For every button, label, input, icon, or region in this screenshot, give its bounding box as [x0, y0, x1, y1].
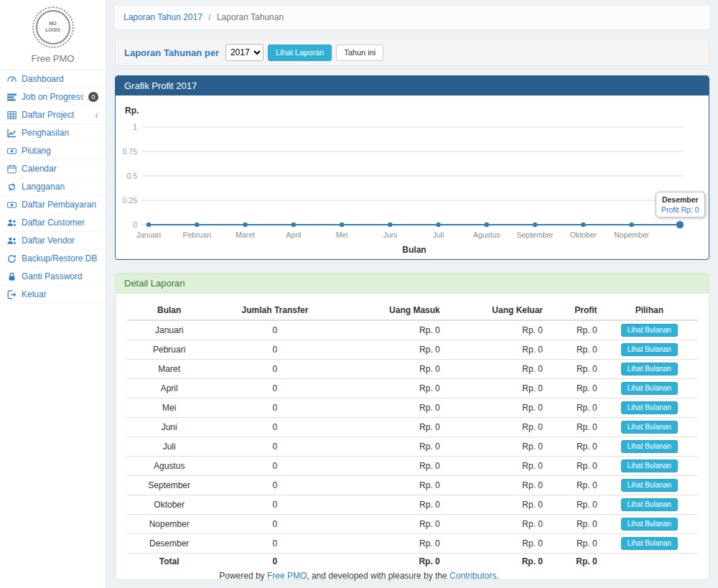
sidebar-item-label: Penghasilan: [22, 128, 69, 138]
tahun-ini-button[interactable]: Tahun ini: [336, 45, 383, 61]
cell-bulan: Januari: [126, 320, 212, 340]
cell-uang-masuk: Rp. 0: [338, 534, 444, 554]
table-row-nopember: Nopember0Rp. 0Rp. 0Rp. 0Lihat Bulanan: [126, 515, 698, 534]
table-row-pebruari: Pebruari0Rp. 0Rp. 0Rp. 0Lihat Bulanan: [126, 340, 698, 360]
svg-text:0: 0: [133, 220, 137, 229]
lihat-bulanan-button[interactable]: Lihat Bulanan: [621, 363, 678, 375]
cell-uang-keluar: Rp. 0: [444, 457, 546, 476]
brand-name: Free PMO: [0, 53, 106, 64]
sidebar-item-daftar-pembayaran[interactable]: Daftar Pembayaran: [0, 196, 106, 214]
cell-uang-masuk: Rp. 0: [338, 457, 444, 476]
table-row-maret: Maret0Rp. 0Rp. 0Rp. 0Lihat Bulanan: [126, 360, 698, 379]
svg-text:Pebruari: Pebruari: [182, 230, 211, 239]
cell-uang-masuk: Rp. 0: [338, 515, 444, 534]
cell-uang-masuk: Rp. 0: [338, 418, 444, 437]
cell-uang-masuk: Rp. 0: [338, 340, 444, 360]
svg-text:April: April: [286, 230, 301, 239]
cell-jumlah-transfer: 0: [212, 418, 337, 437]
svg-text:Agustus: Agustus: [473, 230, 500, 239]
svg-text:September: September: [516, 230, 554, 239]
breadcrumb-separator: /: [208, 12, 210, 22]
col-header-uang-keluar: Uang Keluar: [444, 301, 546, 320]
chart-body: Rp.10.750.50.250JanuariPebruariMaretApri…: [116, 95, 709, 259]
money-icon: [7, 146, 17, 156]
svg-text:Oktober: Oktober: [570, 230, 597, 239]
footer-text-middle: , and developed with pleasure by the: [307, 571, 449, 581]
cell-pilihan: Lihat Bulanan: [601, 379, 698, 398]
total-uang-keluar: Rp. 0: [444, 554, 546, 570]
cell-uang-masuk: Rp. 0: [338, 379, 444, 398]
table-row-agustus: Agustus0Rp. 0Rp. 0Rp. 0Lihat Bulanan: [126, 457, 698, 476]
lihat-bulanan-button[interactable]: Lihat Bulanan: [621, 537, 678, 550]
cell-jumlah-transfer: 0: [212, 320, 337, 340]
cell-pilihan: Lihat Bulanan: [601, 340, 698, 360]
sign-out-icon: [7, 290, 17, 299]
sidebar-item-label: Backup/Restore DB: [22, 253, 97, 263]
users-icon: [7, 218, 17, 228]
cell-bulan: April: [126, 379, 212, 398]
sidebar-item-langganan[interactable]: Langganan: [0, 178, 106, 196]
cell-jumlah-transfer: 0: [212, 437, 337, 457]
refresh-icon: [7, 254, 17, 263]
cell-bulan: Mei: [126, 398, 212, 418]
cell-uang-masuk: Rp. 0: [338, 360, 444, 379]
sidebar-item-piutang[interactable]: Piutang: [0, 142, 106, 160]
svg-text:0.25: 0.25: [123, 196, 137, 205]
lihat-bulanan-button[interactable]: Lihat Bulanan: [621, 479, 678, 492]
cell-profit: Rp. 0: [546, 495, 601, 515]
sidebar-item-penghasilan[interactable]: Penghasilan: [0, 124, 106, 142]
cell-uang-keluar: Rp. 0: [444, 495, 546, 515]
lock-icon: [7, 272, 17, 281]
sidebar-item-backup-restore-db[interactable]: Backup/Restore DB: [0, 250, 106, 268]
year-select[interactable]: 2017: [225, 44, 264, 61]
breadcrumb-link-laporan-tahun[interactable]: Laporan Tahun 2017: [123, 12, 202, 22]
lihat-bulanan-button[interactable]: Lihat Bulanan: [621, 421, 678, 434]
cell-bulan: Desember: [126, 534, 212, 554]
brand: NO LOGO Free PMO: [0, 0, 106, 70]
table-header-row: Bulan Jumlah Transfer Uang Masuk Uang Ke…: [126, 301, 698, 320]
retweet-icon: [7, 182, 17, 192]
lihat-bulanan-button[interactable]: Lihat Bulanan: [621, 343, 678, 356]
table-row-april: April0Rp. 0Rp. 0Rp. 0Lihat Bulanan: [126, 379, 698, 398]
footer-text-prefix: Powered by: [219, 571, 267, 581]
sidebar-item-daftar-customer[interactable]: Daftar Customer: [0, 214, 106, 232]
lihat-bulanan-button[interactable]: Lihat Bulanan: [621, 324, 678, 337]
sidebar-item-daftar-project[interactable]: Daftar Project‹: [0, 106, 106, 124]
tasks-icon: [7, 93, 17, 102]
lihat-bulanan-button[interactable]: Lihat Bulanan: [621, 440, 678, 453]
sidebar-item-daftar-vendor[interactable]: Daftar Vendor: [0, 232, 106, 250]
cell-profit: Rp. 0: [546, 340, 601, 360]
free-pmo-link[interactable]: Free PMO: [267, 571, 307, 581]
lihat-bulanan-button[interactable]: Lihat Bulanan: [621, 382, 678, 395]
report-table-wrapper: Bulan Jumlah Transfer Uang Masuk Uang Ke…: [116, 294, 709, 579]
cell-profit: Rp. 0: [546, 360, 601, 379]
sidebar-item-calendar[interactable]: Calendar: [0, 160, 106, 178]
detail-report-panel: Detail Laporan Bulan Jumlah Transfer Uan…: [115, 273, 709, 580]
chevron-left-icon: ‹: [95, 111, 98, 118]
cell-uang-masuk: Rp. 0: [338, 495, 444, 515]
lihat-bulanan-button[interactable]: Lihat Bulanan: [621, 401, 678, 414]
cell-uang-keluar: Rp. 0: [444, 476, 546, 495]
sidebar-menu: DashboardJob on Progress0Daftar Project‹…: [0, 70, 106, 304]
total-jumlah-transfer: 0: [212, 554, 337, 570]
sidebar-item-keluar[interactable]: Keluar: [0, 286, 106, 304]
chart-tooltip: Desember Profit Rp: 0: [656, 192, 705, 218]
lihat-bulanan-button[interactable]: Lihat Bulanan: [621, 498, 678, 511]
cell-jumlah-transfer: 0: [212, 476, 337, 495]
cell-profit: Rp. 0: [546, 379, 601, 398]
calendar-icon: [7, 164, 17, 174]
sidebar-item-job-on-progress[interactable]: Job on Progress0: [0, 88, 106, 106]
sidebar-item-dashboard[interactable]: Dashboard: [0, 70, 106, 88]
contributors-link[interactable]: Contributors: [449, 571, 496, 581]
lihat-bulanan-button[interactable]: Lihat Bulanan: [621, 459, 678, 472]
sidebar-item-label: Daftar Pembayaran: [22, 200, 96, 210]
col-header-profit: Profit: [546, 301, 601, 320]
cell-pilihan: Lihat Bulanan: [601, 360, 698, 379]
lihat-bulanan-button[interactable]: Lihat Bulanan: [621, 518, 678, 531]
sidebar-item-ganti-password[interactable]: Ganti Password: [0, 268, 106, 286]
lihat-laporan-button[interactable]: Lihat Laporan: [268, 45, 332, 61]
cell-profit: Rp. 0: [546, 476, 601, 495]
cell-pilihan: Lihat Bulanan: [601, 418, 698, 437]
cell-jumlah-transfer: 0: [212, 340, 337, 360]
cell-uang-keluar: Rp. 0: [444, 398, 546, 418]
